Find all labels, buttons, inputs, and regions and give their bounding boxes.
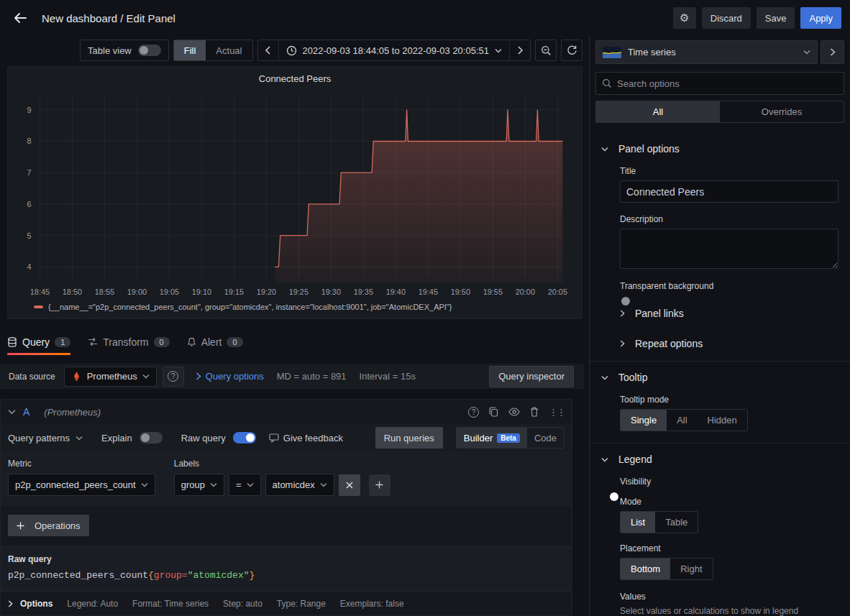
pane-splitter[interactable] [584,36,590,616]
legend-values-label: Values [620,592,838,602]
time-range-picker[interactable]: 2022-09-03 18:44:05 to 2022-09-03 20:05:… [278,40,511,60]
legend-mode-table[interactable]: Table [655,512,698,533]
datasource-help-button[interactable]: ? [163,367,184,387]
give-feedback-link[interactable]: Give feedback [269,433,343,443]
visualization-suggestions-button[interactable] [821,40,844,64]
actual-option[interactable]: Actual [206,40,252,60]
search-icon [602,78,612,88]
add-label-button[interactable] [369,474,390,496]
legend-header[interactable]: Legend [601,454,838,465]
run-queries-button[interactable]: Run queries [375,427,443,449]
discard-button[interactable]: Discard [702,7,751,29]
query-inspector-button[interactable]: Query inspector [489,366,574,387]
svg-text:18:45: 18:45 [30,288,50,296]
tab-transform[interactable]: Transform 0 [88,329,169,356]
trash-icon[interactable] [530,407,539,417]
duplicate-icon[interactable] [489,407,498,417]
tab-alert[interactable]: Alert 0 [187,329,243,356]
save-button[interactable]: Save [757,7,795,29]
tab-all[interactable]: All [596,101,720,122]
svg-text:18:50: 18:50 [63,288,82,296]
visualization-select[interactable]: Time series [595,40,818,64]
raw-close-brace-token: } [250,570,255,581]
time-picker-group: 2022-09-03 18:44:05 to 2022-09-03 20:05:… [257,40,531,61]
tab-alert-label: Alert [201,336,222,348]
apply-button[interactable]: Apply [800,7,841,29]
builder-option[interactable]: Builder Beta [457,428,527,448]
legend-placement-group: Bottom Right [620,558,713,580]
table-view-control: Table view [80,40,169,61]
visualization-name: Time series [628,47,676,58]
query-header-row[interactable]: A (Prometheus) ? ⋮⋮ [1,400,572,424]
options-search [595,72,844,95]
refresh-button[interactable] [561,40,582,61]
panel-settings-button[interactable]: ⚙ [673,7,696,29]
remove-label-button[interactable] [339,474,360,496]
panel-links-section[interactable]: Panel links [601,298,838,328]
svg-text:19:05: 19:05 [160,288,179,296]
svg-text:19:35: 19:35 [354,288,373,296]
chevron-down-icon [76,436,83,441]
code-option[interactable]: Code [527,428,564,448]
arrow-left-icon [13,12,27,24]
zoom-out-icon [541,45,552,56]
plus-icon [17,522,24,530]
label-key-select[interactable]: group [174,474,224,496]
label-value-select[interactable]: atomicdex [265,474,334,496]
add-operations-button[interactable]: Operations [8,515,89,536]
legend-values-description: Select values or calculations to show in… [620,606,838,616]
tab-overrides[interactable]: Overrides [720,101,844,122]
table-view-toggle[interactable] [138,45,161,56]
time-shift-forward-button[interactable] [510,40,530,60]
tooltip-mode-hidden[interactable]: Hidden [698,410,747,431]
explain-toggle[interactable] [140,432,163,443]
query-options-toggle[interactable]: Query options [196,371,264,382]
panel-title-input[interactable] [620,180,838,203]
tooltip-mode-single[interactable]: Single [621,410,667,431]
query-options-label: Query options [206,371,264,382]
repeat-options-section[interactable]: Repeat options [601,328,838,349]
tooltip-mode-all[interactable]: All [667,410,697,431]
raw-metric-token: p2p_connected_peers_count [8,570,148,581]
datasource-label: Data source [6,372,58,382]
drag-handle-icon[interactable]: ⋮⋮ [549,407,565,418]
tooltip-header[interactable]: Tooltip [601,372,838,383]
query-ref-id: A [23,406,29,418]
labels-label: Labels [174,459,390,469]
datasource-value: Prometheus [87,371,137,382]
builder-label: Builder [464,433,493,443]
legend-placement-right[interactable]: Right [670,558,712,579]
svg-text:20:00: 20:00 [516,288,535,296]
legend-heading: Legend [618,454,652,465]
plus-icon [375,481,383,489]
hide-response-eye-icon[interactable] [508,408,520,416]
datasource-select[interactable]: Prometheus [64,367,157,387]
header-actions: ⚙ Discard Save Apply [673,7,841,29]
raw-query-toggle[interactable] [233,432,256,443]
legend-placement-bottom[interactable]: Bottom [621,558,670,579]
panel-description-textarea[interactable] [620,229,838,269]
time-shift-back-button[interactable] [258,40,278,60]
metric-select[interactable]: p2p_connected_peers_count [8,474,155,496]
chart-legend-item[interactable]: {__name__="p2p_connected_peers_count", g… [12,303,577,311]
back-button[interactable] [9,6,32,29]
zoom-out-button[interactable] [535,40,557,61]
raw-query-title: Raw query [8,554,565,564]
options-sidebar: Time series All Overrides Panel options [590,36,850,616]
query-patterns-dropdown[interactable]: Query patterns [8,433,83,443]
tab-query[interactable]: Query 1 [7,329,70,356]
timeseries-thumbnail-icon [603,47,621,58]
query-help-icon[interactable]: ? [468,407,479,418]
max-data-points-text: MD = auto = 891 [277,371,347,382]
interval-text: Interval = 15s [360,371,416,382]
legend-mode-list[interactable]: List [621,512,655,533]
panel-options-header[interactable]: Panel options [601,143,838,155]
operations-label: Operations [35,520,81,531]
search-options-input[interactable] [617,78,838,89]
options-expand[interactable]: Options [8,599,52,609]
label-operator-select[interactable]: = [229,474,261,496]
fill-option[interactable]: Fill [174,40,206,60]
labels-field: Labels group = atomicdex [174,459,390,496]
chevron-left-icon [265,46,271,55]
explain-label: Explain [101,433,132,443]
